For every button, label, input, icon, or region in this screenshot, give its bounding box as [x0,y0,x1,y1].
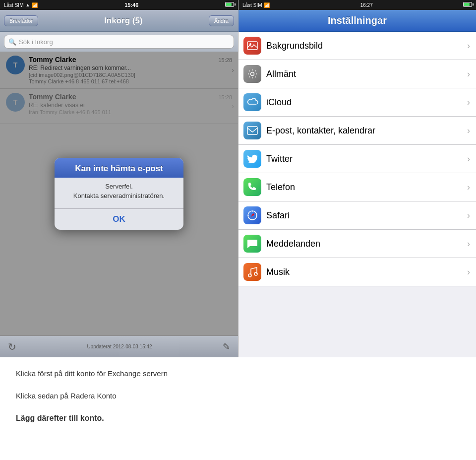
icon-wrap-3 [238,122,266,139]
icon-wrap-1 [238,65,266,83]
arrow-telefon: › [467,182,470,193]
search-icon: 🔍 [8,38,16,46]
phone-left: Låst SIM ▲ 📶 15:46 Brevlådor Inkorg (5) … [0,0,238,357]
settings-item-meddelanden[interactable]: Meddelanden › [238,230,476,258]
epost-icon [243,122,261,139]
label-musik: Musik [266,267,467,277]
wifi-icon-right: 📶 [264,2,270,8]
settings-item-allmant[interactable]: Allmänt › [238,60,476,88]
arrow-twitter: › [467,154,470,164]
time-left: 15:46 [124,2,138,8]
meddelanden-icon [243,235,261,253]
back-button-left[interactable]: Brevlådor [4,15,38,26]
arrow-meddelanden: › [467,239,470,249]
bottom-line1: Klicka först på ditt konto för Exchange … [16,369,460,378]
dialog-message2: Kontakta serveradministratören. [62,192,176,199]
twitter-icon [243,150,261,168]
svg-point-2 [251,72,254,76]
label-bakgrundsbild: Bakgrundsbild [266,41,467,51]
settings-item-epost[interactable]: E-post, kontakter, kalendrar › [238,117,476,145]
settings-item-safari[interactable]: Safari › [238,201,476,230]
email-list: T Tommy Clarke 15:28 RE: Redirect varnin… [0,52,238,335]
label-icloud: iCloud [266,97,467,108]
edit-button-left[interactable]: Ändra [209,15,234,26]
nav-bar-left: Brevlådor Inkorg (5) Ändra [0,10,238,32]
arrow-icloud: › [467,97,470,108]
dialog-ok-button[interactable]: OK [55,209,183,230]
allmant-icon [243,65,261,83]
settings-list: Bakgrundsbild › Allmänt › [238,32,476,357]
icon-wrap-4 [238,150,266,168]
wifi-icon: 📶 [32,2,38,8]
refresh-icon[interactable]: ↻ [8,341,16,353]
label-epost: E-post, kontakter, kalendrar [266,126,467,136]
bottom-bar-left: ↻ Uppdaterat 2012-08-03 15:42 ✎ [0,335,238,357]
battery-left [225,2,234,8]
dialog-title: Kan inte hämta e-post [55,158,183,178]
icon-wrap-2 [238,93,266,111]
settings-item-icloud[interactable]: iCloud › [238,88,476,117]
bottom-line3: Lägg därefter till konto. [16,414,460,423]
safari-icon [243,206,261,224]
search-placeholder: Sök i Inkorg [19,38,53,46]
settings-item-musik[interactable]: Musik › [238,258,476,286]
search-input-left[interactable]: 🔍 Sök i Inkorg [4,35,234,49]
carrier-right: Låst SIM [242,2,262,8]
label-meddelanden: Meddelanden [266,239,467,249]
label-telefon: Telefon [266,182,467,193]
phone-right: Låst SIM 📶 16:27 Inställningar [238,0,476,357]
dialog-message1: Serverfel. [62,183,176,190]
musik-icon [243,263,261,281]
search-bar-left: 🔍 Sök i Inkorg [0,32,238,52]
arrow-safari: › [467,210,470,221]
icon-wrap-7 [238,235,266,253]
bottom-text-section: Klicka först på ditt konto för Exchange … [0,357,476,435]
icon-wrap-5 [238,178,266,196]
time-right: 16:27 [360,2,373,8]
dialog-overlay: Kan inte hämta e-post Serverfel. Kontakt… [0,52,238,335]
icloud-icon [243,93,261,111]
dialog-box: Kan inte hämta e-post Serverfel. Kontakt… [55,158,183,230]
label-safari: Safari [266,210,467,221]
settings-item-bakgrundsbild[interactable]: Bakgrundsbild › [238,32,476,60]
bottom-line2: Klicka sedan på Radera Konto [16,392,460,400]
signal-icon: ▲ [25,2,30,7]
settings-item-telefon[interactable]: Telefon › [238,173,476,201]
settings-title: Inställningar [328,15,387,26]
arrow-musik: › [467,267,470,277]
bakgrundsbild-icon [243,37,261,55]
nav-bar-right: Inställningar [238,10,476,32]
arrow-bakgrundsbild: › [467,41,470,51]
icon-wrap-8 [238,263,266,281]
dialog-body: Serverfel. Kontakta serveradministratöre… [55,178,183,208]
settings-item-twitter[interactable]: Twitter › [238,145,476,173]
svg-rect-3 [247,127,257,134]
label-twitter: Twitter [266,154,467,164]
icon-wrap-0 [238,37,266,55]
status-bar-left: Låst SIM ▲ 📶 15:46 [0,0,238,10]
status-bar-right: Låst SIM 📶 16:27 [238,0,476,10]
carrier-left: Låst SIM [4,2,23,8]
update-text: Uppdaterat 2012-08-03 15:42 [87,344,152,349]
icon-wrap-6 [238,206,266,224]
dialog-btn-row: OK [55,208,183,230]
battery-right [463,2,472,8]
label-allmant: Allmänt [266,69,467,79]
compose-icon[interactable]: ✎ [223,341,230,352]
arrow-allmant: › [467,69,470,79]
inbox-title: Inkorg (5) [104,16,142,26]
telefon-icon [243,178,261,196]
arrow-epost: › [467,126,470,136]
